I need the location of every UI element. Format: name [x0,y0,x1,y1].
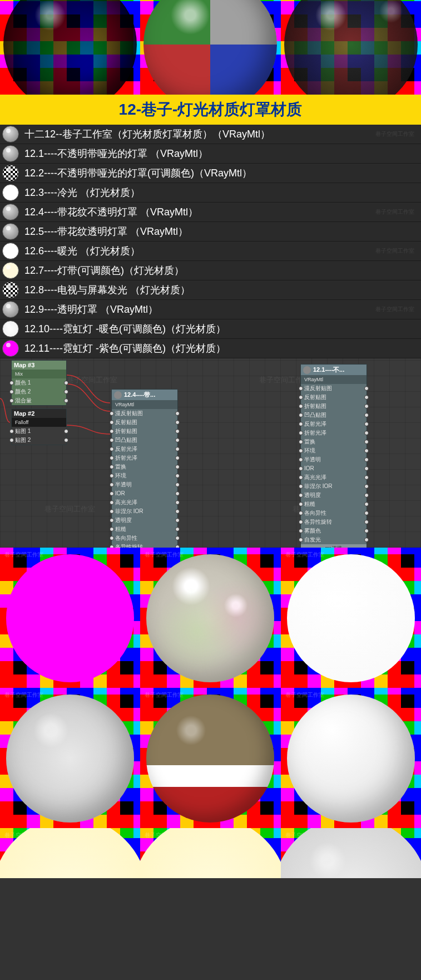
material-swatch-icon [2,165,19,181]
material-swatch-icon [2,262,19,279]
material-row[interactable]: 十二12--巷子工作室（灯光材质灯罩材质）（VRayMtl）巷子空间工作室 [0,125,421,144]
material-row[interactable]: 12.9----透明灯罩 （VRayMtl）巷子空间工作室 [0,300,421,319]
material-swatch-icon [2,223,19,240]
bottom-preview-grid: 巷子空间工作室 巷子空间工作室 巷子空间工作室 巷子空间工作室 巷子空间工作室 … [0,548,421,878]
node-slot[interactable]: 粗糙 [112,525,177,534]
node-slot[interactable]: 各向异性 [301,509,366,518]
node-slot[interactable]: IOR [301,464,366,473]
material-row[interactable]: 12.3----冷光 （灯光材质） [0,183,421,203]
material-swatch-icon [2,204,19,220]
preview-sphere-2 [140,0,280,95]
node-vraymtl-left[interactable]: 12.4----带... VRayMtl 漫反射贴图反射贴图折射贴图凹凸贴图反射… [111,389,178,548]
node-slot[interactable]: 颜色 1 [12,378,66,387]
node-slot[interactable]: 高光光泽 [112,498,177,507]
material-label: 12.1----不透明带哑光的灯罩 （VRayMtl） [24,147,208,160]
material-swatch-icon [2,243,19,259]
node-slot[interactable]: 环境 [301,446,366,455]
node-slot[interactable]: 各异性旋转 [112,543,177,548]
preview-cell: 巷子空间工作室 [281,688,421,828]
material-row[interactable]: 12.8----电视与屏幕发光 （灯光材质） [0,280,421,300]
node-slot[interactable]: 半透明 [301,455,366,464]
node-slot[interactable]: 凹凸贴图 [112,436,177,445]
material-row[interactable]: 12.6----暖光 （灯光材质）巷子空间工作室 [0,242,421,261]
material-label: 12.9----透明灯罩 （VRayMtl） [24,303,158,316]
node-slot[interactable]: 漫反射贴图 [301,384,366,393]
material-thumb-icon [303,366,311,374]
material-row[interactable]: 12.1----不透明带哑光的灯罩 （VRayMtl） [0,144,421,164]
material-label: 12.2----不透明带哑光的灯罩(可调颜色)（VRayMtl） [24,166,252,180]
preview-sphere-1 [0,0,140,95]
node-slot[interactable]: 反射贴图 [112,418,177,427]
material-label: 十二12--巷子工作室（灯光材质灯罩材质）（VRayMtl） [24,127,270,141]
material-swatch-icon [2,340,19,357]
material-swatch-icon [2,282,19,298]
material-thumb-icon [114,391,122,399]
preview-cell: 巷子空间工作室 [140,828,280,878]
node-map-mix[interactable]: Map #3 Mix 颜色 1 颜色 2 混合量 [11,360,67,406]
node-slot[interactable]: 混合量 [12,396,66,405]
material-row[interactable]: 12.4----带花纹不透明灯罩 （VRayMtl）巷子空间工作室 [0,203,421,222]
material-swatch-icon [2,321,19,337]
material-label: 12.6----暖光 （灯光材质） [24,244,140,258]
node-slot[interactable]: 反射光泽 [301,420,366,429]
node-slot[interactable]: 折射贴图 [112,427,177,436]
material-row[interactable]: 12.10----霓虹灯 -暖色(可调颜色)（灯光材质） [0,319,421,339]
node-slot[interactable]: 菲涅尔 IOR [301,482,366,491]
material-swatch-icon [2,301,19,318]
node-slot[interactable]: 菲涅尔 IOR [112,507,177,516]
node-slot[interactable]: 雾颜色 [301,526,366,535]
material-label: 12.5----带花纹透明灯罩 （VRayMtl） [24,225,188,238]
node-slot[interactable]: 透明度 [301,491,366,500]
preview-cell: 巷子空间工作室 [281,828,421,878]
material-row[interactable]: 12.2----不透明带哑光的灯罩(可调颜色)（VRayMtl） [0,164,421,183]
material-swatch-icon [2,184,19,201]
node-slot[interactable]: 半透明 [112,480,177,489]
material-label: 12.7----灯带(可调颜色)（灯光材质） [24,264,184,277]
node-slot[interactable]: 漫反射贴图 [112,409,177,418]
node-slot[interactable]: 颜色 2 [12,387,66,396]
preview-cell: 巷子空间工作室 [140,688,280,828]
material-swatch-icon [2,126,19,142]
material-label: 12.10----霓虹灯 -暖色(可调颜色)（灯光材质） [24,322,226,336]
node-slot[interactable]: 折射光泽 [112,454,177,462]
preview-cell: 巷子空间工作室 [281,548,421,688]
node-slot[interactable]: 自发光 [301,535,366,544]
node-slot[interactable]: 置换 [112,462,177,471]
preview-cell: 巷子空间工作室 [0,688,140,828]
node-slot[interactable]: 折射光泽 [301,429,366,437]
material-label: 12.3----冷光 （灯光材质） [24,186,140,199]
category-title: 12-巷子-灯光材质灯罩材质 [0,95,421,125]
top-preview-row [0,0,421,95]
preview-cell: 巷子空间工作室 [0,828,140,878]
material-label: 12.4----带花纹不透明灯罩 （VRayMtl） [24,205,198,219]
node-slot[interactable]: 高光光泽 [301,473,366,482]
preview-cell: 巷子空间工作室 [140,548,280,688]
material-row[interactable]: 12.7----灯带(可调颜色)（灯光材质） [0,261,421,280]
material-label: 12.8----电视与屏幕发光 （灯光材质） [24,283,190,297]
node-slot[interactable]: 折射贴图 [301,402,366,411]
node-slot[interactable]: 贴图 2 [12,436,66,445]
material-row[interactable]: 12.5----带花纹透明灯罩 （VRayMtl） [0,222,421,242]
node-slot[interactable]: 置换 [301,437,366,446]
node-slot[interactable]: 各异性旋转 [301,518,366,526]
material-label: 12.11----霓虹灯 -紫色(可调颜色)（灯光材质） [24,342,226,355]
node-slot[interactable]: 环境 [112,471,177,480]
node-slot[interactable]: 反射光泽 [112,445,177,454]
node-map-falloff[interactable]: Map #2 Falloff 贴图 1 贴图 2 [11,408,67,445]
material-row[interactable]: 12.11----霓虹灯 -紫色(可调颜色)（灯光材质） [0,339,421,358]
node-slot[interactable]: 贴图 1 [12,427,66,436]
node-slot[interactable]: IOR [112,489,177,498]
material-swatch-icon [2,145,19,162]
preview-sphere-3 [281,0,421,95]
material-list: 十二12--巷子工作室（灯光材质灯罩材质）（VRayMtl）巷子空间工作室 12… [0,125,421,358]
node-slot[interactable]: 各向异性 [112,534,177,543]
node-vraymtl-right[interactable]: 12.1----不... VRayMtl 漫反射贴图反射贴图折射贴图凹凸贴图反射… [300,364,367,548]
node-slot[interactable]: 凹凸贴图 [301,411,366,420]
node-slot[interactable]: 粗糙 [301,500,366,509]
node-editor[interactable]: 巷子空间工作室 巷子空间工作室 巷子空间工作室 巷子空间工作室 Map #3 M… [0,358,421,548]
preview-cell: 巷子空间工作室 [0,548,140,688]
node-slot[interactable]: 反射贴图 [301,393,366,402]
node-slot[interactable]: 透明度 [112,516,177,525]
